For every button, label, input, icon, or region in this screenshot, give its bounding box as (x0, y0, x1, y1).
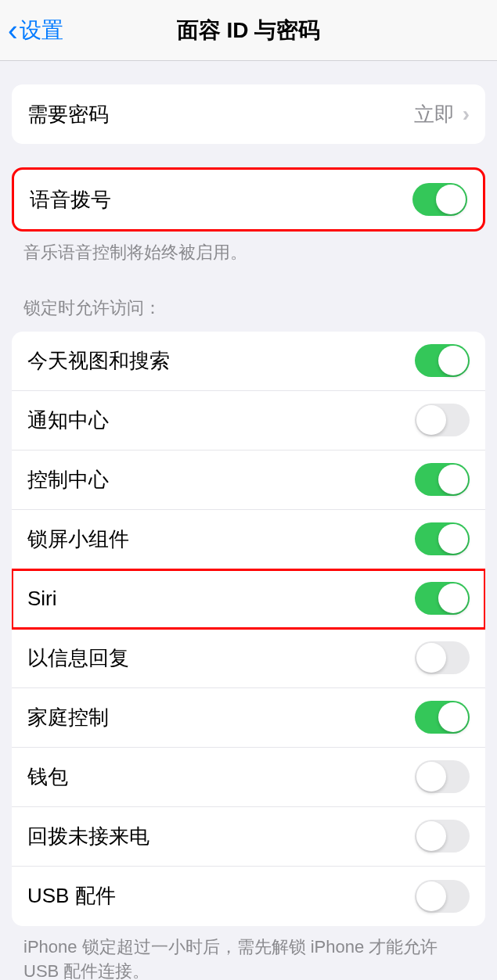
voice-dial-label: 语音拨号 (30, 186, 111, 214)
lock-item-label: 回拨未接来电 (27, 823, 149, 850)
require-passcode-value-wrap: 立即 › (414, 101, 470, 128)
voice-dial-footer: 音乐语音控制将始终被启用。 (0, 232, 497, 265)
lock-item-row: 通知中心 (12, 391, 485, 451)
toggle-knob (416, 762, 446, 792)
lock-item-row: Siri (12, 569, 485, 629)
lock-item-toggle[interactable] (415, 760, 470, 793)
lock-item-row: USB 配件 (12, 867, 485, 926)
nav-header: ‹ 设置 面容 ID 与密码 (0, 0, 497, 61)
voice-dial-group: 语音拨号 (12, 167, 485, 232)
lock-item-toggle[interactable] (415, 820, 470, 853)
lock-item-label: 通知中心 (27, 407, 109, 434)
lock-item-toggle[interactable] (415, 880, 470, 913)
lock-item-label: 钱包 (27, 763, 68, 791)
toggle-knob (438, 524, 468, 554)
require-passcode-row[interactable]: 需要密码 立即 › (12, 84, 485, 144)
lock-section-header: 锁定时允许访问： (0, 289, 497, 328)
lock-item-label: 以信息回复 (27, 644, 129, 672)
lock-item-toggle[interactable] (415, 404, 470, 436)
toggle-knob (416, 405, 446, 435)
toggle-knob (438, 702, 468, 732)
lock-item-toggle[interactable] (415, 344, 470, 377)
back-button[interactable]: ‹ 设置 (0, 16, 63, 45)
chevron-right-icon: › (463, 102, 470, 127)
lock-access-group: 今天视图和搜索通知中心控制中心锁屏小组件Siri以信息回复家庭控制钱包回拨未接来… (12, 332, 485, 926)
lock-item-row: 回拨未接来电 (12, 807, 485, 867)
require-passcode-group: 需要密码 立即 › (12, 84, 485, 144)
page-title: 面容 ID 与密码 (0, 16, 497, 45)
lock-item-row: 以信息回复 (12, 629, 485, 688)
lock-item-label: 控制中心 (27, 466, 109, 494)
toggle-knob (416, 643, 446, 673)
lock-item-label: 今天视图和搜索 (27, 347, 170, 375)
lock-item-row: 家庭控制 (12, 688, 485, 748)
lock-item-toggle[interactable] (415, 463, 470, 496)
lock-item-label: Siri (27, 587, 57, 611)
toggle-knob (436, 185, 466, 214)
lock-section-footer: iPhone 锁定超过一小时后，需先解锁 iPhone 才能允许 USB 配件连… (0, 926, 497, 980)
lock-item-label: USB 配件 (27, 882, 116, 910)
lock-item-label: 锁屏小组件 (27, 526, 129, 553)
lock-item-label: 家庭控制 (27, 704, 109, 731)
require-passcode-value: 立即 (414, 101, 455, 128)
chevron-left-icon: ‹ (8, 16, 18, 45)
require-passcode-label: 需要密码 (27, 101, 109, 128)
lock-item-row: 钱包 (12, 748, 485, 807)
voice-dial-row: 语音拨号 (14, 170, 483, 229)
lock-item-row: 今天视图和搜索 (12, 332, 485, 391)
toggle-knob (438, 583, 468, 613)
toggle-knob (416, 881, 446, 911)
lock-item-row: 控制中心 (12, 451, 485, 510)
voice-dial-toggle[interactable] (412, 183, 467, 216)
toggle-knob (438, 346, 468, 375)
toggle-knob (416, 821, 446, 851)
lock-item-row: 锁屏小组件 (12, 510, 485, 569)
toggle-knob (438, 465, 468, 494)
lock-item-toggle[interactable] (415, 582, 470, 615)
back-label: 设置 (20, 16, 63, 45)
lock-item-toggle[interactable] (415, 701, 470, 734)
lock-item-toggle[interactable] (415, 641, 470, 674)
lock-item-toggle[interactable] (415, 522, 470, 555)
